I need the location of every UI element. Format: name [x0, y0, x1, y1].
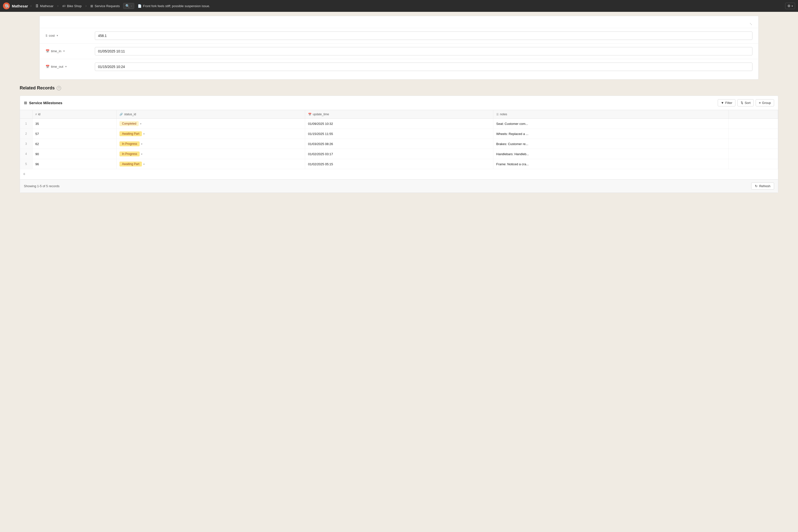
help-icon[interactable]: ?: [57, 86, 61, 90]
id-col-icon: #: [36, 113, 37, 116]
notes-cell: Seat: Customer com...: [493, 119, 728, 129]
filter-label: Filter: [725, 101, 733, 105]
id-cell: 57 ↗: [32, 129, 116, 139]
extra-cell: [729, 149, 778, 159]
data-table: # id 🔗 status_id 📅: [20, 110, 778, 169]
nav-bikeshop-label: Bike Shop: [67, 4, 81, 8]
status-cell: In Progress ▾: [116, 139, 305, 149]
table-footer: Showing 1-5 of 5 records ↻ Refresh: [20, 179, 778, 193]
time-in-expand-button[interactable]: ▾: [63, 49, 65, 53]
status-cell: Awaiting Part ▾: [116, 159, 305, 169]
filter-button[interactable]: ▼ Filter: [718, 99, 736, 107]
row-num-cell: 3: [20, 139, 32, 149]
id-value: 57: [36, 132, 39, 136]
status-badge: Completed: [119, 121, 139, 126]
col-header-rownum: [20, 110, 32, 119]
row-num-cell: 4: [20, 149, 32, 159]
status-dropdown-arrow[interactable]: ▾: [140, 122, 141, 125]
group-button[interactable]: ≡ Group: [756, 99, 774, 107]
time-out-field-name: time_out: [51, 65, 63, 69]
col-header-status: 🔗 status_id: [116, 110, 305, 119]
time-in-label: 📅 time_in ▾: [45, 47, 95, 53]
nav-servicerequests-label: Service Requests: [95, 4, 120, 8]
col-header-update-time: 📅 update_time: [305, 110, 493, 119]
col-id-label: id: [38, 113, 40, 116]
nav-search[interactable]: 🔍 ›: [123, 3, 134, 9]
calendar-in-icon: 📅: [45, 49, 50, 53]
top-navigation: 🐘 Mathesar › 🗄 Mathesar › 🏷 Bike Shop › …: [0, 0, 798, 12]
col-notes-label: notes: [500, 113, 507, 116]
status-badge: Awaiting Part: [119, 131, 141, 136]
time-in-input[interactable]: [95, 47, 753, 55]
status-dropdown-arrow[interactable]: ▾: [141, 142, 142, 145]
main-content: ⤡ $ cost ▾ 📅 time_in ▾: [0, 12, 798, 532]
notes-cell: Brakes: Customer re...: [493, 139, 728, 149]
update-time-cell: 01/02/2025 05:15: [305, 159, 493, 169]
filter-icon: ▼: [721, 101, 724, 105]
cost-value: [95, 32, 753, 40]
nav-item-bikeshop[interactable]: 🏷 Bike Shop: [60, 3, 84, 9]
extra-cell: [729, 119, 778, 129]
related-records-header: Related Records ?: [20, 86, 778, 91]
extra-cell: [729, 129, 778, 139]
table-icon: ⊞: [90, 4, 93, 8]
table-title-text: Service Milestones: [29, 101, 62, 105]
notes-cell: Frame: Noticed a cra...: [493, 159, 728, 169]
status-dropdown-arrow[interactable]: ▾: [143, 163, 145, 166]
related-records-title: Related Records: [20, 86, 55, 91]
brand[interactable]: 🐘 Mathesar: [3, 2, 28, 10]
id-value: 62: [36, 142, 39, 146]
form-row-time-in: 📅 time_in ▾: [40, 43, 758, 59]
record-form: ⤡ $ cost ▾ 📅 time_in ▾: [39, 16, 759, 79]
status-badge: Awaiting Part: [119, 162, 141, 167]
time-out-input[interactable]: [95, 62, 753, 71]
nav-item-mathesar[interactable]: 🗄 Mathesar: [33, 3, 56, 9]
brand-name: Mathesar: [12, 4, 28, 8]
id-cell: 96 ↗: [32, 159, 116, 169]
table-header-bar: ⊞ Service Milestones ▼ Filter ⇅ Sort ≡ G…: [20, 96, 778, 110]
row-num-cell: 5: [20, 159, 32, 169]
form-row-time-out: 📅 time_out ▾: [40, 59, 758, 74]
nav-search-chevron: ›: [131, 5, 132, 7]
time-in-value: [95, 47, 753, 55]
sort-label: Sort: [744, 101, 750, 105]
cost-input[interactable]: [95, 32, 753, 40]
table-row: 2 57 ↗ Awaiting Part ▾ 01/15/2025 11:55 …: [20, 129, 778, 139]
id-value: 90: [36, 152, 39, 156]
update-time-cell: 01/15/2025 11:55: [305, 129, 493, 139]
column-header-row: # id 🔗 status_id 📅: [20, 110, 778, 119]
table-row: 4 90 ↗ In Progress ▾ 01/02/2025 03:17 Ha…: [20, 149, 778, 159]
group-icon: ≡: [759, 101, 761, 105]
svg-text:🐘: 🐘: [5, 4, 10, 8]
sort-icon: ⇅: [741, 101, 743, 105]
settings-button[interactable]: ⚙ ▾: [785, 3, 795, 9]
service-milestones-table-section: ⊞ Service Milestones ▼ Filter ⇅ Sort ≡ G…: [20, 96, 778, 193]
status-badge: In Progress: [119, 151, 139, 156]
time-col-icon: 📅: [308, 113, 311, 116]
cost-icon: $: [45, 34, 47, 37]
gear-icon: ⚙: [787, 4, 791, 8]
resize-handle: ⤡: [749, 22, 753, 26]
status-cell: Completed ▾: [116, 119, 305, 129]
refresh-button[interactable]: ↻ Refresh: [751, 183, 774, 190]
status-dropdown-arrow[interactable]: ▾: [143, 133, 145, 135]
time-out-expand-button[interactable]: ▾: [65, 64, 67, 69]
add-row-button[interactable]: +: [20, 169, 778, 179]
status-badge: In Progress: [119, 141, 139, 146]
table-actions: ▼ Filter ⇅ Sort ≡ Group: [718, 99, 774, 107]
nav-item-servicerequests[interactable]: ⊞ Service Requests: [88, 3, 122, 9]
settings-chevron: ▾: [792, 5, 793, 7]
table-row: 3 62 ↗ In Progress ▾ 01/03/2025 08:26 Br…: [20, 139, 778, 149]
id-cell: 62 ↗: [32, 139, 116, 149]
table-grid-icon: ⊞: [24, 101, 27, 105]
record-form-wrapper: ⤡ $ cost ▾ 📅 time_in ▾: [0, 12, 798, 79]
group-label: Group: [762, 101, 771, 105]
nav-record-title: 📄 Front fork feels stiff; possible suspe…: [135, 3, 784, 9]
cost-expand-button[interactable]: ▾: [56, 34, 59, 38]
status-col-icon: 🔗: [119, 113, 123, 116]
nav-chevron-1: ›: [30, 4, 32, 8]
nav-chevron-3: ›: [85, 4, 87, 8]
col-time-label: update_time: [313, 113, 329, 116]
sort-button[interactable]: ⇅ Sort: [737, 99, 754, 107]
status-dropdown-arrow[interactable]: ▾: [141, 153, 142, 155]
